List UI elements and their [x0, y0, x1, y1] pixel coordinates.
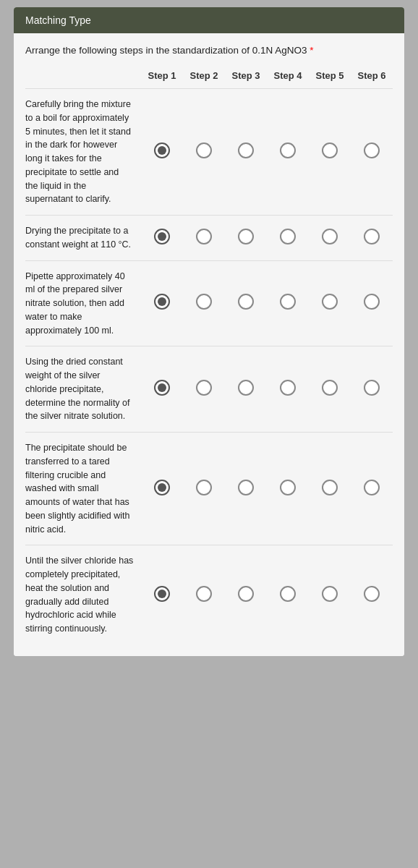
- table-row: Pipette approximately 40 ml of the prepa…: [25, 260, 393, 346]
- radio-r1-c5[interactable]: [322, 142, 338, 158]
- radio-cell-r3-c4[interactable]: [267, 260, 309, 346]
- col-step6: Step 6: [351, 67, 393, 89]
- radio-cell-r6-c6[interactable]: [351, 545, 393, 644]
- radio-r4-c3[interactable]: [238, 380, 254, 396]
- radio-r6-c3[interactable]: [238, 586, 254, 602]
- radio-r5-c5[interactable]: [322, 480, 338, 495]
- col-step3: Step 3: [225, 67, 267, 89]
- radio-cell-r1-c5[interactable]: [309, 89, 351, 216]
- card-title: Matching Type: [25, 14, 91, 26]
- radio-r5-c3[interactable]: [238, 480, 254, 495]
- radio-r6-c4[interactable]: [280, 586, 296, 602]
- card-header: Matching Type: [14, 7, 404, 33]
- radio-cell-r2-c2[interactable]: [183, 216, 225, 261]
- table-row: Using the dried constant weight of the s…: [25, 346, 393, 433]
- radio-cell-r6-c4[interactable]: [267, 545, 309, 644]
- table-row: The precipitate should be transferred to…: [25, 433, 393, 545]
- radio-r3-c1[interactable]: [154, 294, 170, 310]
- radio-cell-r5-c2[interactable]: [183, 433, 225, 545]
- radio-cell-r5-c3[interactable]: [225, 433, 267, 545]
- table-row: Carefully bring the mixture to a boil fo…: [25, 89, 393, 216]
- radio-cell-r6-c2[interactable]: [183, 545, 225, 644]
- radio-r1-c3[interactable]: [238, 142, 254, 158]
- radio-r5-c6[interactable]: [364, 480, 380, 495]
- radio-cell-r5-c1[interactable]: [141, 433, 183, 545]
- table-header-row: Step 1 Step 2 Step 3 Step 4 Step 5 Step …: [25, 67, 393, 89]
- radio-r4-c2[interactable]: [196, 380, 212, 396]
- radio-cell-r6-c1[interactable]: [141, 545, 183, 644]
- row-label-header: [25, 67, 141, 89]
- radio-cell-r5-c6[interactable]: [351, 433, 393, 545]
- radio-r3-c5[interactable]: [322, 294, 338, 310]
- radio-r5-c1[interactable]: [154, 480, 170, 495]
- radio-cell-r1-c3[interactable]: [225, 89, 267, 216]
- radio-r1-c1[interactable]: [154, 142, 170, 158]
- radio-cell-r4-c2[interactable]: [183, 346, 225, 433]
- question-text: Arrange the following steps in the stand…: [25, 45, 393, 56]
- card-body: Arrange the following steps in the stand…: [14, 33, 404, 656]
- radio-cell-r2-c5[interactable]: [309, 216, 351, 261]
- radio-cell-r5-c4[interactable]: [267, 433, 309, 545]
- radio-cell-r3-c1[interactable]: [141, 260, 183, 346]
- radio-r6-c6[interactable]: [364, 586, 380, 602]
- radio-r2-c2[interactable]: [196, 229, 212, 244]
- radio-r6-c5[interactable]: [322, 586, 338, 602]
- table-row: Until the silver chloride has completely…: [25, 545, 393, 644]
- required-star: *: [310, 45, 313, 56]
- radio-cell-r1-c1[interactable]: [141, 89, 183, 216]
- radio-cell-r5-c5[interactable]: [309, 433, 351, 545]
- table-row: Drying the precipitate to a constant wei…: [25, 216, 393, 261]
- radio-cell-r2-c3[interactable]: [225, 216, 267, 261]
- radio-r1-c2[interactable]: [196, 142, 212, 158]
- row-label-6: Until the silver chloride has completely…: [25, 545, 141, 644]
- col-step5: Step 5: [309, 67, 351, 89]
- radio-cell-r6-c5[interactable]: [309, 545, 351, 644]
- radio-cell-r6-c3[interactable]: [225, 545, 267, 644]
- radio-cell-r2-c6[interactable]: [351, 216, 393, 261]
- radio-cell-r2-c1[interactable]: [141, 216, 183, 261]
- radio-r6-c1[interactable]: [154, 586, 170, 602]
- row-label-1: Carefully bring the mixture to a boil fo…: [25, 89, 141, 216]
- radio-r2-c5[interactable]: [322, 229, 338, 244]
- radio-cell-r4-c4[interactable]: [267, 346, 309, 433]
- radio-r4-c4[interactable]: [280, 380, 296, 396]
- radio-r4-c6[interactable]: [364, 380, 380, 396]
- radio-r2-c6[interactable]: [364, 229, 380, 244]
- radio-cell-r4-c1[interactable]: [141, 346, 183, 433]
- radio-r2-c1[interactable]: [154, 229, 170, 244]
- radio-cell-r3-c6[interactable]: [351, 260, 393, 346]
- matching-table: Step 1 Step 2 Step 3 Step 4 Step 5 Step …: [25, 67, 393, 644]
- col-step2: Step 2: [183, 67, 225, 89]
- radio-r1-c4[interactable]: [280, 142, 296, 158]
- radio-r3-c3[interactable]: [238, 294, 254, 310]
- radio-r1-c6[interactable]: [364, 142, 380, 158]
- row-label-4: Using the dried constant weight of the s…: [25, 346, 141, 433]
- radio-cell-r3-c2[interactable]: [183, 260, 225, 346]
- row-label-2: Drying the precipitate to a constant wei…: [25, 216, 141, 261]
- matching-type-card: Matching Type Arrange the following step…: [14, 7, 404, 656]
- radio-r3-c2[interactable]: [196, 294, 212, 310]
- radio-r5-c2[interactable]: [196, 480, 212, 495]
- col-step4: Step 4: [267, 67, 309, 89]
- row-label-5: The precipitate should be transferred to…: [25, 433, 141, 545]
- radio-cell-r1-c6[interactable]: [351, 89, 393, 216]
- radio-r3-c4[interactable]: [280, 294, 296, 310]
- radio-r4-c5[interactable]: [322, 380, 338, 396]
- radio-cell-r4-c3[interactable]: [225, 346, 267, 433]
- row-label-3: Pipette approximately 40 ml of the prepa…: [25, 260, 141, 346]
- radio-r3-c6[interactable]: [364, 294, 380, 310]
- radio-r5-c4[interactable]: [280, 480, 296, 495]
- radio-cell-r1-c4[interactable]: [267, 89, 309, 216]
- radio-r2-c3[interactable]: [238, 229, 254, 244]
- radio-cell-r4-c6[interactable]: [351, 346, 393, 433]
- radio-cell-r4-c5[interactable]: [309, 346, 351, 433]
- radio-cell-r1-c2[interactable]: [183, 89, 225, 216]
- radio-r4-c1[interactable]: [154, 380, 170, 396]
- radio-cell-r2-c4[interactable]: [267, 216, 309, 261]
- radio-r2-c4[interactable]: [280, 229, 296, 244]
- radio-r6-c2[interactable]: [196, 586, 212, 602]
- radio-cell-r3-c5[interactable]: [309, 260, 351, 346]
- radio-cell-r3-c3[interactable]: [225, 260, 267, 346]
- table-body: Carefully bring the mixture to a boil fo…: [25, 89, 393, 644]
- col-step1: Step 1: [141, 67, 183, 89]
